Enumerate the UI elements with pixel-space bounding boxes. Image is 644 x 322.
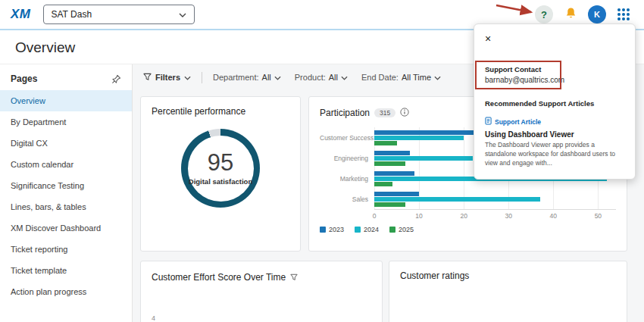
sidebar-item-significance-testing[interactable]: Significance Testing (0, 175, 132, 196)
avatar-initial: K (594, 10, 600, 19)
sidebar-items: OverviewBy DepartmentDigital CXCustom ca… (0, 90, 132, 302)
sidebar-header: Pages (0, 67, 132, 90)
customer-effort-widget: Customer Effort Score Over Time 4 (140, 261, 383, 322)
widget-title: Customer ratings (400, 270, 616, 281)
close-icon[interactable]: × (485, 33, 496, 44)
customer-ratings-widget: Customer ratings (389, 261, 627, 322)
filter-label: Product: (295, 73, 326, 82)
bell-icon (564, 7, 577, 23)
divider (202, 72, 202, 83)
legend-item-2025[interactable]: 2025 (389, 226, 414, 233)
filter-label: Department: (213, 73, 259, 82)
help-popover: × Support Contact barnaby@qualtrics.com … (474, 23, 636, 180)
bar-2025[interactable] (374, 141, 397, 145)
avatar[interactable]: K (588, 5, 606, 23)
bar-2023[interactable] (374, 171, 414, 176)
filter-label: End Date: (361, 73, 399, 82)
bar-2024[interactable] (374, 197, 540, 202)
percentile-performance-widget: Percentile performance 95 Digital satisf… (140, 96, 301, 252)
legend-label: 2023 (329, 226, 344, 233)
chevron-down-icon (434, 73, 441, 82)
question-mark-icon: ? (541, 9, 547, 20)
x-tick: 0 (373, 212, 377, 220)
percentile-gauge: 95 Digital satisfaction (181, 129, 260, 208)
funnel-icon (143, 73, 152, 83)
bar-2023[interactable] (374, 192, 419, 196)
x-tick: 50 (595, 212, 602, 220)
category-label: Sales (320, 195, 374, 203)
xm-logo: XM (11, 7, 31, 22)
apps-grid-button[interactable] (614, 5, 633, 24)
article-description: The Dashboard Viewer app provides a stan… (485, 141, 624, 168)
support-contact-label: Support Contact (485, 65, 624, 73)
filter-dropdown-list: Department:AllProduct:AllEnd Date:All Ti… (213, 73, 441, 82)
x-tick: 20 (460, 212, 467, 220)
legend-item-2024[interactable]: 2024 (355, 226, 379, 233)
filter-value: All (262, 73, 271, 82)
sidebar-item-digital-cx[interactable]: Digital CX (0, 133, 132, 154)
sidebar-item-ticket-reporting[interactable]: Ticket reporting (0, 239, 132, 260)
chevron-down-icon (179, 9, 186, 20)
x-tick: 40 (550, 212, 557, 220)
category-label: Engineering (320, 155, 374, 162)
participation-legend: 202320242025 (320, 226, 616, 233)
filters-toggle[interactable]: Filters (143, 73, 191, 83)
legend-swatch (320, 227, 326, 233)
filter-dropdown-end-date-[interactable]: End Date:All Time (361, 73, 441, 82)
chevron-down-icon (184, 73, 191, 82)
pages-heading: Pages (11, 73, 37, 84)
funnel-icon[interactable] (290, 270, 298, 284)
legend-label: 2024 (364, 226, 379, 233)
sidebar-item-overview[interactable]: Overview (0, 90, 132, 111)
bar-2024[interactable] (374, 156, 473, 161)
info-icon[interactable] (400, 106, 409, 120)
support-article-tag-label: Support Article (495, 118, 541, 126)
category-label: Customer Success (320, 134, 374, 142)
gauge-caption: Digital satisfaction (189, 177, 252, 186)
support-article-tag[interactable]: Support Article (485, 117, 624, 127)
chevron-down-icon (274, 73, 281, 82)
sidebar-item-action-plan-progress[interactable]: Action plan progress (0, 281, 132, 302)
legend-item-2023[interactable]: 2023 (320, 226, 344, 233)
chart-row: Sales (320, 189, 616, 209)
widget-title: Participation (320, 108, 370, 118)
y-axis-tick: 4 (152, 314, 371, 322)
sidebar-item-ticket-template[interactable]: Ticket template (0, 260, 132, 281)
bar-2024[interactable] (374, 136, 464, 140)
apps-grid-icon (617, 8, 630, 20)
sidebar-item-xm-discover-dashboard[interactable]: XM Discover Dashboard (0, 217, 132, 239)
filter-dropdown-department-[interactable]: Department:All (213, 73, 281, 82)
legend-swatch (355, 227, 361, 233)
bar-2025[interactable] (374, 202, 405, 207)
gauge-value: 95 (208, 151, 233, 174)
dashboard-selector-value: SAT Dash (52, 9, 92, 20)
chevron-down-icon (341, 73, 348, 82)
widget-title: Customer Effort Score Over Time (152, 272, 286, 283)
unpin-sidebar-icon[interactable] (111, 74, 121, 84)
filter-dropdown-product-[interactable]: Product:All (295, 73, 348, 82)
bar-2023[interactable] (374, 151, 410, 155)
sidebar-item-by-department[interactable]: By Department (0, 111, 132, 133)
legend-label: 2025 (399, 226, 414, 233)
topbar-actions: ? K (535, 5, 633, 24)
support-contact-email[interactable]: barnaby@qualtrics.com (485, 76, 624, 84)
article-title[interactable]: Using Dashboard Viewer (485, 130, 624, 139)
x-tick: 30 (505, 212, 511, 220)
filter-value: All (329, 73, 338, 82)
help-button[interactable]: ? (535, 5, 553, 23)
bar-2025[interactable] (374, 182, 392, 186)
x-tick: 10 (415, 212, 422, 220)
document-icon (485, 117, 492, 127)
category-label: Marketing (320, 175, 374, 183)
legend-swatch (389, 227, 395, 233)
bar-2025[interactable] (374, 161, 405, 166)
filter-value: All Time (402, 73, 431, 82)
response-count-badge: 315 (374, 108, 395, 117)
sidebar-item-custom-calendar[interactable]: Custom calendar (0, 154, 132, 175)
sidebar-item-lines-bars-tables[interactable]: Lines, bars, & tables (0, 196, 132, 217)
sidebar: Pages OverviewBy DepartmentDigital CXCus… (0, 64, 133, 322)
notifications-button[interactable] (561, 5, 580, 24)
dashboard-selector[interactable]: SAT Dash (43, 5, 195, 24)
widget-title: Percentile performance (152, 106, 289, 117)
filters-label: Filters (155, 73, 180, 82)
